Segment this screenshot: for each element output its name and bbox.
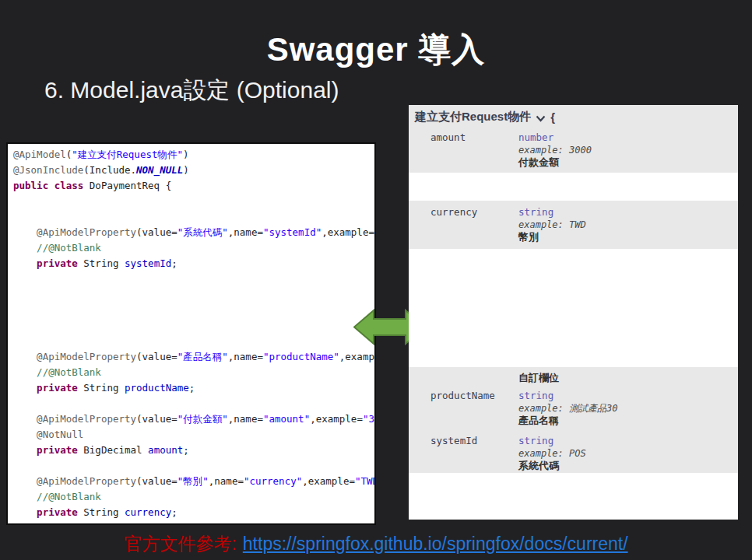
code-line	[13, 396, 374, 411]
code-line	[13, 334, 374, 349]
page-title: Swagger 導入	[0, 28, 752, 72]
property-name: currency	[430, 206, 477, 218]
code-line	[13, 318, 374, 334]
property-description: 系統代碼	[518, 460, 586, 472]
property-example: example: 3000	[518, 144, 592, 156]
property-type: string	[518, 206, 586, 219]
section-label: 自訂欄位	[518, 371, 559, 385]
footer-label: 官方文件參考:	[124, 534, 236, 554]
property-type: string	[518, 390, 617, 402]
code-line: @ApiModelProperty(value="付款金額",name="amo…	[13, 411, 374, 427]
property-description: 產品名稱	[518, 415, 617, 427]
code-line: public class DoPaymentReq {	[13, 178, 374, 194]
code-line: private String productName;	[13, 380, 374, 396]
property-name: systemId	[430, 435, 477, 446]
code-lines: @ApiModel("建立支付Request物件")@JsonInclude(I…	[8, 144, 374, 520]
code-line: private String currency;	[13, 505, 374, 520]
code-line: @ApiModelProperty(value="系統代碼",name="sys…	[13, 225, 374, 240]
code-line: @NotNull	[13, 427, 374, 443]
swagger-band-custom: 自訂欄位 productName string example: 測試產品30 …	[409, 367, 738, 473]
swagger-band-amount: 建立支付Request物件 { amount number example: 3…	[409, 105, 738, 173]
code-line: //@NotBlank	[13, 240, 374, 256]
code-line: @ApiModel("建立支付Request物件")	[13, 147, 374, 163]
code-line	[13, 303, 374, 318]
property-type: number	[518, 131, 592, 144]
open-brace: {	[550, 110, 555, 124]
model-header[interactable]: 建立支付Request物件 {	[415, 109, 555, 124]
code-line	[13, 271, 374, 287]
chevron-down-icon[interactable]	[536, 111, 546, 124]
code-line: @JsonInclude(Include.NON_NULL)	[13, 163, 374, 178]
footer-link[interactable]: https://springfox.github.io/springfox/do…	[243, 534, 628, 554]
property-example: example: 測試產品30	[518, 402, 617, 415]
property-description: 付款金額	[518, 156, 592, 169]
property-example: example: TWD	[518, 219, 586, 231]
code-line: //@NotBlank	[13, 489, 374, 505]
model-title: 建立支付Request物件	[415, 110, 531, 124]
code-line: //@NotBlank	[13, 365, 374, 380]
code-line: @ApiModelProperty(value="幣別",name="curre…	[13, 474, 374, 489]
property-description: 幣別	[518, 231, 586, 243]
swagger-model-panel: 建立支付Request物件 { amount number example: 3…	[409, 105, 738, 520]
property-name: amount	[430, 131, 466, 143]
code-line	[13, 209, 374, 225]
property-name: productName	[430, 390, 495, 401]
code-line: private String systemId;	[13, 256, 374, 271]
code-line	[13, 458, 374, 474]
subtitle: 6. Model.java設定 (Optional)	[44, 75, 339, 107]
property-example: example: POS	[518, 447, 586, 460]
code-line	[13, 194, 374, 209]
property-type: string	[518, 435, 586, 447]
code-line	[13, 287, 374, 303]
code-line: private BigDecimal amount;	[13, 443, 374, 458]
swagger-band-currency: currency string example: TWD 幣別	[409, 201, 738, 249]
code-line: @ApiModelProperty(value="產品名稱",name="pro…	[13, 349, 374, 365]
footer-reference: 官方文件參考:https://springfox.github.io/sprin…	[0, 532, 752, 556]
code-editor-panel: @ApiModel("建立支付Request物件")@JsonInclude(I…	[6, 142, 376, 525]
